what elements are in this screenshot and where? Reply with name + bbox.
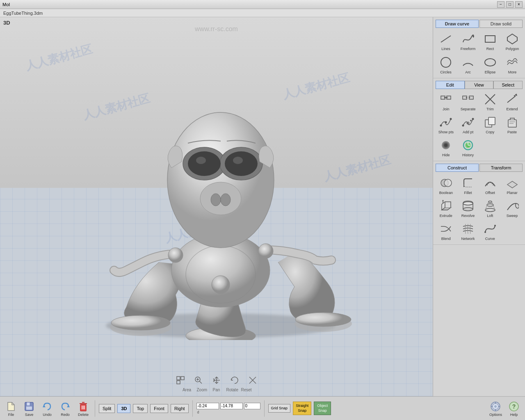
maximize-button[interactable]: □: [506, 1, 514, 8]
curve-tool[interactable]: Curve: [480, 220, 501, 242]
sweep-label: Sweep: [507, 214, 518, 218]
draw-curve-tab[interactable]: Draw curve: [436, 20, 479, 28]
trim-tool[interactable]: Trim: [480, 91, 501, 112]
boolean-tool[interactable]: Boolean: [436, 174, 457, 196]
blend-tool[interactable]: Blend: [436, 220, 457, 242]
split-button[interactable]: Split: [99, 404, 115, 413]
svg-point-51: [450, 118, 452, 120]
viewport-3d[interactable]: 3D www.rr-sc.com 人人素材社区 人人素材社区 人人素材社区 人人…: [0, 17, 433, 396]
view-front-button[interactable]: Front: [150, 404, 168, 413]
straight-snap-button[interactable]: StraightSnap: [293, 402, 311, 415]
file-button[interactable]: File: [3, 399, 19, 418]
rect-tool[interactable]: Rect: [480, 30, 500, 52]
hide-tool[interactable]: Hide: [436, 137, 457, 158]
transform-tab[interactable]: Transform: [479, 164, 523, 172]
reset-nav-label: Reset: [241, 388, 251, 392]
fillet-tool[interactable]: Fillet: [458, 174, 479, 196]
add-pt-tool[interactable]: Add pt: [458, 114, 479, 135]
svg-point-13: [196, 157, 206, 164]
hide-icon: [438, 138, 453, 153]
ellipse-tool[interactable]: Ellipse: [480, 54, 500, 75]
view-right-button[interactable]: Right: [171, 404, 189, 413]
svg-rect-31: [485, 36, 495, 42]
svg-point-74: [485, 208, 495, 212]
redo-button[interactable]: Redo: [57, 399, 73, 418]
network-tool[interactable]: Network: [458, 220, 479, 242]
planar-tool[interactable]: Planar: [502, 174, 523, 196]
view-tab[interactable]: View: [465, 81, 494, 89]
object-snap-button[interactable]: ObjectSnap: [314, 402, 331, 415]
construct-tool-grid: Boolean Fillet: [436, 174, 523, 242]
svg-point-50: [445, 121, 447, 123]
help-icon: ?: [508, 400, 520, 413]
edit-tab[interactable]: Edit: [436, 81, 465, 89]
minimize-button[interactable]: −: [497, 1, 504, 8]
character-area: [21, 30, 420, 363]
svg-point-73: [463, 202, 473, 205]
reset-nav-button[interactable]: [246, 374, 259, 387]
area-nav-button[interactable]: [174, 374, 187, 387]
curve-label: Curve: [485, 237, 495, 241]
rotate-nav-button[interactable]: [228, 374, 241, 387]
arc-icon: [461, 55, 475, 70]
boolean-icon: [438, 176, 453, 190]
save-button[interactable]: Save: [21, 399, 37, 418]
separate-tool[interactable]: Separate: [458, 91, 479, 112]
trim-icon: [483, 92, 498, 107]
view-3d-button[interactable]: 3D: [117, 404, 130, 413]
polygon-tool[interactable]: Polygon: [502, 30, 523, 52]
grid-snap-button[interactable]: Grid Snap: [268, 404, 291, 413]
more-tool[interactable]: More: [502, 54, 523, 75]
svg-point-81: [494, 225, 496, 226]
add-pt-icon: [461, 115, 475, 130]
show-pts-label: Show pts: [438, 130, 454, 134]
arc-tool[interactable]: Arc: [458, 54, 478, 75]
coord-y-input[interactable]: [220, 403, 243, 409]
undo-button[interactable]: Undo: [39, 399, 55, 418]
offset-tool[interactable]: Offset: [480, 174, 501, 196]
pan-nav-button[interactable]: [210, 374, 223, 387]
svg-point-69: [444, 179, 452, 187]
options-button[interactable]: Options: [488, 399, 504, 418]
revolve-label: Revolve: [461, 214, 475, 218]
copy-tool[interactable]: Copy: [480, 114, 501, 135]
help-button[interactable]: ? Help: [506, 399, 522, 418]
coord-x-input[interactable]: [196, 403, 219, 409]
close-button[interactable]: ×: [515, 1, 523, 8]
fillet-label: Fillet: [464, 191, 472, 195]
loft-label: Loft: [487, 214, 493, 218]
character-svg: [77, 53, 364, 340]
extrude-tool[interactable]: Extrude: [436, 197, 457, 219]
show-pts-tool[interactable]: Show pts: [436, 114, 457, 135]
svg-line-30: [441, 36, 451, 42]
extend-tool[interactable]: Extend: [502, 91, 523, 112]
delete-label: Delete: [78, 413, 89, 417]
circles-tool[interactable]: Circles: [436, 54, 456, 75]
draw-solid-tab[interactable]: Draw solid: [479, 20, 523, 28]
lines-tool[interactable]: Lines: [436, 30, 456, 52]
paste-label: Paste: [507, 130, 517, 134]
view-top-button[interactable]: Top: [133, 404, 148, 413]
history-tool[interactable]: History: [458, 137, 479, 158]
coord-z-input[interactable]: [244, 403, 260, 409]
coord-group: d: [196, 403, 260, 414]
join-tool[interactable]: Join: [436, 91, 457, 112]
svg-point-34: [485, 59, 495, 66]
rotate-nav-label: Rotate: [226, 388, 236, 392]
svg-point-4: [295, 313, 351, 326]
extrude-label: Extrude: [440, 214, 452, 218]
filename-label: EggTubeThing.3dm: [3, 11, 43, 16]
extend-icon: [505, 92, 520, 107]
zoom-nav-button[interactable]: [192, 374, 205, 387]
more-label: More: [508, 70, 517, 74]
delete-button[interactable]: Delete: [75, 399, 91, 418]
sweep-tool[interactable]: Sweep: [502, 197, 523, 219]
construct-tab[interactable]: Construct: [436, 164, 479, 172]
freeform-tool[interactable]: Freeform: [458, 30, 478, 52]
loft-tool[interactable]: Loft: [480, 197, 501, 219]
svg-point-33: [441, 57, 451, 67]
paste-tool[interactable]: Paste: [502, 114, 523, 135]
select-tab[interactable]: Select: [493, 81, 523, 89]
toolbar-divider-1: [95, 400, 95, 417]
revolve-tool[interactable]: Revolve: [458, 197, 479, 219]
